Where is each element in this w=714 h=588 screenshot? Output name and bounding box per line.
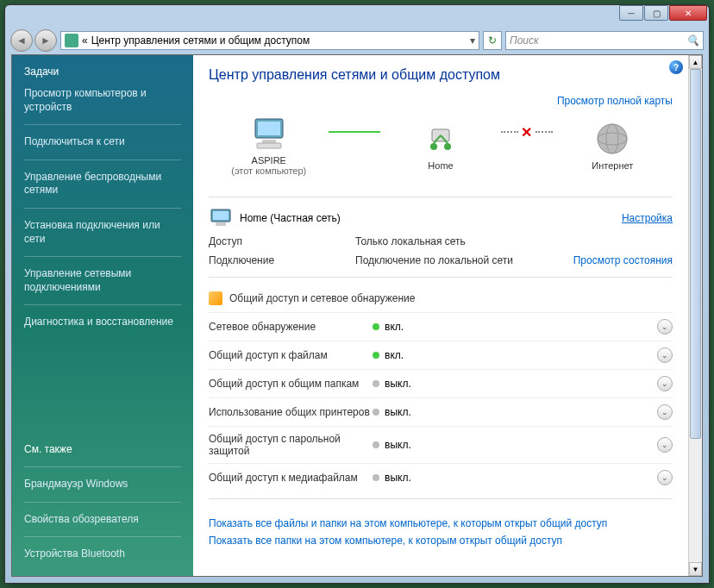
setting-status: выкл.: [373, 406, 657, 418]
see-also-heading: См. также: [24, 443, 181, 455]
status-dot-off-icon: [373, 441, 379, 448]
view-status-link[interactable]: Просмотр состояния: [573, 254, 673, 266]
sharing-heading: Общий доступ и сетевое обнаружение: [229, 292, 415, 304]
expand-button[interactable]: ⌄: [657, 470, 673, 485]
connector-ok: [329, 131, 380, 133]
map-node-this-computer: ASPIRE (этот компьютер): [209, 116, 329, 176]
sidebar-link-manage-conn[interactable]: Управление сетевыми подключениями: [24, 263, 181, 298]
svg-rect-2: [262, 140, 276, 143]
computer-icon: [248, 116, 290, 152]
sidebar-link-bluetooth[interactable]: Устройства Bluetooth: [24, 543, 181, 566]
svg-point-5: [444, 143, 451, 150]
sharing-heading-row: Общий доступ и сетевое обнаружение: [209, 285, 673, 312]
sidebar: Задачи Просмотр компьютеров и устройств …: [12, 55, 193, 576]
connection-row: Подключение Подключение по локальной сет…: [209, 251, 673, 270]
sidebar-link-view-computers[interactable]: Просмотр компьютеров и устройств: [24, 83, 181, 118]
forward-button[interactable]: ►: [34, 29, 57, 52]
setting-label: Общий доступ к медиафайлам: [209, 472, 373, 484]
setting-status: выкл.: [373, 472, 657, 484]
help-icon[interactable]: ?: [669, 60, 683, 74]
minimize-button[interactable]: ─: [619, 5, 643, 21]
expand-button[interactable]: ⌄: [657, 347, 673, 363]
map-node-internet: Интернет: [553, 121, 673, 171]
svg-rect-3: [257, 143, 281, 148]
content: Задачи Просмотр компьютеров и устройств …: [11, 54, 703, 577]
scroll-up-button[interactable]: ▲: [689, 55, 702, 69]
sidebar-link-connect[interactable]: Подключиться к сети: [24, 131, 181, 153]
setting-label: Использование общих принтеров: [209, 406, 373, 418]
svg-point-9: [598, 124, 627, 153]
connector-broken: ✕: [501, 131, 553, 133]
setting-row: Использование общих принтероввыкл.⌄: [209, 397, 673, 426]
expand-button[interactable]: ⌄: [657, 404, 673, 420]
network-header-row: Home (Частная сеть) Настройка: [209, 204, 673, 232]
connection-value: Подключение по локальной сети: [355, 254, 573, 266]
network-icon: [420, 121, 461, 157]
window: ─ ▢ ✕ ◄ ► « Центр управления сетями и об…: [4, 4, 710, 584]
status-dot-off-icon: [373, 474, 379, 481]
connection-error-icon: ✕: [521, 124, 532, 141]
map-node-home: Home: [380, 121, 500, 171]
sharing-icon: [209, 291, 222, 305]
svg-rect-1: [258, 122, 280, 135]
search-input[interactable]: Поиск 🔍: [505, 31, 704, 50]
status-dot-on-icon: [373, 352, 379, 359]
svg-rect-13: [213, 211, 229, 220]
setting-row: Сетевое обнаружениевкл.⌄: [209, 312, 673, 341]
main-panel: ? Центр управления сетями и общим доступ…: [193, 55, 688, 576]
expand-button[interactable]: ⌄: [657, 376, 673, 391]
footer-links: Показать все файлы и папки на этом компь…: [209, 506, 673, 558]
footer-link-folders[interactable]: Показать все папки на этом компьютере, к…: [209, 535, 562, 547]
expand-button[interactable]: ⌄: [657, 437, 673, 453]
tasks-heading: Задачи: [24, 66, 181, 78]
expand-button[interactable]: ⌄: [657, 319, 673, 335]
network-map: ASPIRE (этот компьютер) Home ✕: [209, 112, 673, 190]
sidebar-link-diagnose[interactable]: Диагностика и восстановление: [24, 311, 181, 334]
connection-label: Подключение: [209, 254, 355, 266]
search-placeholder: Поиск: [510, 34, 539, 47]
maximize-button[interactable]: ▢: [644, 5, 668, 21]
sidebar-link-wireless[interactable]: Управление беспроводными сетями: [24, 166, 181, 202]
sidebar-link-internet-options[interactable]: Свойства обозревателя: [24, 509, 181, 531]
scroll-down-button[interactable]: ▼: [689, 562, 702, 576]
footer-link-files[interactable]: Показать все файлы и папки на этом компь…: [209, 517, 607, 529]
access-value: Только локальная сеть: [355, 235, 673, 247]
setting-label: Общий доступ к файлам: [209, 349, 373, 361]
status-dot-on-icon: [373, 323, 379, 330]
dropdown-icon[interactable]: ▾: [470, 34, 475, 47]
setting-row: Общий доступ к общим папкамвыкл.⌄: [209, 369, 673, 397]
setting-label: Сетевое обнаружение: [209, 321, 373, 333]
toolbar: ◄ ► « Центр управления сетями и общим до…: [5, 27, 709, 54]
setting-status: вкл.: [373, 321, 657, 333]
scrollbar[interactable]: ▲ ▼: [688, 55, 702, 576]
close-button[interactable]: ✕: [669, 5, 707, 21]
setting-status: выкл.: [373, 439, 657, 451]
scroll-thumb[interactable]: [690, 69, 701, 439]
setting-status: вкл.: [373, 349, 657, 361]
titlebar: ─ ▢ ✕: [5, 5, 709, 27]
back-button[interactable]: ◄: [10, 29, 33, 52]
page-title: Центр управления сетями и общим доступом: [209, 67, 673, 83]
scroll-track[interactable]: [689, 69, 702, 562]
address-text: Центр управления сетями и общим доступом: [91, 34, 310, 47]
address-prefix: «: [82, 34, 88, 47]
sidebar-link-setup[interactable]: Установка подключения или сети: [24, 215, 181, 250]
full-map-link[interactable]: Просмотр полной карты: [557, 95, 673, 107]
status-dot-off-icon: [373, 380, 379, 387]
setting-label: Общий доступ с парольной защитой: [209, 433, 373, 457]
address-icon: [65, 34, 78, 47]
sidebar-link-firewall[interactable]: Брандмауэр Windows: [24, 473, 181, 496]
address-bar[interactable]: « Центр управления сетями и общим доступ…: [60, 31, 479, 50]
search-icon: 🔍: [686, 34, 699, 47]
setting-label: Общий доступ к общим папкам: [209, 378, 373, 390]
customize-link[interactable]: Настройка: [622, 212, 673, 224]
svg-rect-14: [216, 222, 226, 226]
network-name: Home (Частная сеть): [240, 212, 341, 224]
status-dot-off-icon: [373, 409, 379, 416]
setting-row: Общий доступ к медиафайламвыкл.⌄: [209, 463, 673, 491]
setting-status: выкл.: [373, 378, 657, 390]
access-row: Доступ Только локальная сеть: [209, 232, 673, 251]
setting-row: Общий доступ с парольной защитойвыкл.⌄: [209, 426, 673, 463]
access-label: Доступ: [209, 235, 355, 247]
refresh-button[interactable]: ↻: [483, 31, 502, 50]
